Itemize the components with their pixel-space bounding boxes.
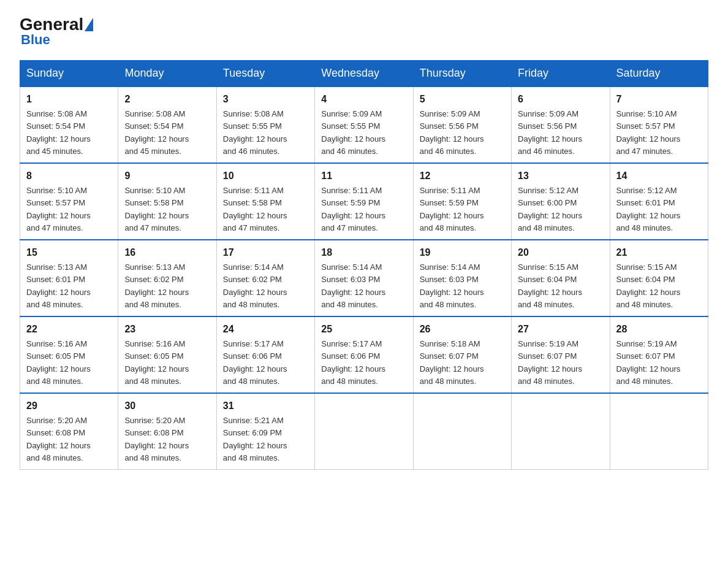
col-header-saturday: Saturday — [610, 61, 708, 87]
day-number: 24 — [223, 322, 308, 337]
calendar-cell: 26Sunrise: 5:18 AMSunset: 6:07 PMDayligh… — [413, 316, 511, 393]
day-info: Sunrise: 5:09 AMSunset: 5:56 PMDaylight:… — [518, 109, 582, 156]
week-row-5: 29Sunrise: 5:20 AMSunset: 6:08 PMDayligh… — [20, 393, 708, 470]
day-info: Sunrise: 5:13 AMSunset: 6:01 PMDaylight:… — [26, 262, 91, 309]
day-number: 1 — [26, 92, 112, 107]
day-info: Sunrise: 5:09 AMSunset: 5:56 PMDaylight:… — [420, 109, 484, 156]
calendar-cell: 14Sunrise: 5:12 AMSunset: 6:01 PMDayligh… — [610, 163, 708, 240]
day-number: 9 — [124, 169, 210, 183]
calendar-cell: 11Sunrise: 5:11 AMSunset: 5:59 PMDayligh… — [315, 163, 413, 240]
calendar-cell — [610, 393, 708, 470]
day-number: 30 — [124, 399, 210, 413]
calendar-cell: 27Sunrise: 5:19 AMSunset: 6:07 PMDayligh… — [512, 316, 610, 393]
day-info: Sunrise: 5:08 AMSunset: 5:54 PMDaylight:… — [26, 109, 91, 156]
day-number: 20 — [518, 245, 603, 260]
day-number: 13 — [518, 169, 603, 183]
day-info: Sunrise: 5:17 AMSunset: 6:06 PMDaylight:… — [321, 339, 385, 386]
calendar-cell: 24Sunrise: 5:17 AMSunset: 6:06 PMDayligh… — [216, 316, 314, 393]
col-header-tuesday: Tuesday — [216, 61, 314, 87]
day-number: 26 — [420, 322, 505, 337]
day-info: Sunrise: 5:18 AMSunset: 6:07 PMDaylight:… — [420, 339, 484, 386]
calendar-cell: 30Sunrise: 5:20 AMSunset: 6:08 PMDayligh… — [118, 393, 216, 470]
calendar-cell: 23Sunrise: 5:16 AMSunset: 6:05 PMDayligh… — [118, 316, 216, 393]
calendar-cell: 9Sunrise: 5:10 AMSunset: 5:58 PMDaylight… — [118, 163, 216, 240]
day-info: Sunrise: 5:10 AMSunset: 5:57 PMDaylight:… — [26, 186, 91, 232]
day-number: 19 — [420, 245, 505, 260]
calendar-cell: 21Sunrise: 5:15 AMSunset: 6:04 PMDayligh… — [610, 240, 708, 316]
week-row-1: 1Sunrise: 5:08 AMSunset: 5:54 PMDaylight… — [20, 86, 708, 163]
calendar-cell: 13Sunrise: 5:12 AMSunset: 6:00 PMDayligh… — [512, 163, 610, 240]
day-info: Sunrise: 5:10 AMSunset: 5:58 PMDaylight:… — [124, 186, 189, 232]
day-info: Sunrise: 5:15 AMSunset: 6:04 PMDaylight:… — [518, 262, 582, 309]
calendar-cell: 12Sunrise: 5:11 AMSunset: 5:59 PMDayligh… — [413, 163, 511, 240]
col-header-friday: Friday — [512, 61, 610, 87]
day-info: Sunrise: 5:16 AMSunset: 6:05 PMDaylight:… — [26, 339, 91, 386]
day-number: 4 — [321, 92, 406, 107]
week-row-4: 22Sunrise: 5:16 AMSunset: 6:05 PMDayligh… — [20, 316, 708, 393]
calendar-cell — [315, 393, 413, 470]
day-info: Sunrise: 5:12 AMSunset: 6:01 PMDaylight:… — [616, 186, 681, 232]
calendar-cell: 7Sunrise: 5:10 AMSunset: 5:57 PMDaylight… — [610, 86, 708, 163]
day-info: Sunrise: 5:15 AMSunset: 6:04 PMDaylight:… — [616, 262, 681, 309]
col-header-thursday: Thursday — [413, 61, 511, 87]
logo-triangle-icon — [85, 18, 93, 31]
week-row-3: 15Sunrise: 5:13 AMSunset: 6:01 PMDayligh… — [20, 240, 708, 316]
calendar-cell: 17Sunrise: 5:14 AMSunset: 6:02 PMDayligh… — [216, 240, 314, 316]
day-number: 17 — [223, 245, 308, 260]
calendar-cell: 18Sunrise: 5:14 AMSunset: 6:03 PMDayligh… — [315, 240, 413, 316]
calendar-cell: 8Sunrise: 5:10 AMSunset: 5:57 PMDaylight… — [20, 163, 118, 240]
calendar-header-row: SundayMondayTuesdayWednesdayThursdayFrid… — [20, 61, 708, 87]
day-number: 3 — [223, 92, 308, 107]
day-info: Sunrise: 5:21 AMSunset: 6:09 PMDaylight:… — [223, 416, 287, 462]
calendar-cell: 10Sunrise: 5:11 AMSunset: 5:58 PMDayligh… — [216, 163, 314, 240]
day-number: 12 — [420, 169, 505, 183]
calendar-cell: 28Sunrise: 5:19 AMSunset: 6:07 PMDayligh… — [610, 316, 708, 393]
day-number: 28 — [616, 322, 702, 337]
day-number: 22 — [26, 322, 112, 337]
calendar-cell — [512, 393, 610, 470]
day-info: Sunrise: 5:11 AMSunset: 5:59 PMDaylight:… — [321, 186, 385, 232]
calendar-cell: 31Sunrise: 5:21 AMSunset: 6:09 PMDayligh… — [216, 393, 314, 470]
day-info: Sunrise: 5:17 AMSunset: 6:06 PMDaylight:… — [223, 339, 287, 386]
calendar-cell: 3Sunrise: 5:08 AMSunset: 5:55 PMDaylight… — [216, 86, 314, 163]
day-info: Sunrise: 5:11 AMSunset: 5:59 PMDaylight:… — [420, 186, 484, 232]
day-info: Sunrise: 5:08 AMSunset: 5:55 PMDaylight:… — [223, 109, 287, 156]
day-info: Sunrise: 5:19 AMSunset: 6:07 PMDaylight:… — [518, 339, 582, 386]
day-info: Sunrise: 5:13 AMSunset: 6:02 PMDaylight:… — [124, 262, 189, 309]
day-info: Sunrise: 5:19 AMSunset: 6:07 PMDaylight:… — [616, 339, 681, 386]
calendar-cell: 20Sunrise: 5:15 AMSunset: 6:04 PMDayligh… — [512, 240, 610, 316]
day-number: 23 — [124, 322, 210, 337]
day-number: 5 — [420, 92, 505, 107]
day-info: Sunrise: 5:14 AMSunset: 6:02 PMDaylight:… — [223, 262, 287, 309]
day-number: 10 — [223, 169, 308, 183]
day-info: Sunrise: 5:14 AMSunset: 6:03 PMDaylight:… — [420, 262, 484, 309]
day-info: Sunrise: 5:14 AMSunset: 6:03 PMDaylight:… — [321, 262, 385, 309]
day-info: Sunrise: 5:12 AMSunset: 6:00 PMDaylight:… — [518, 186, 582, 232]
day-number: 31 — [223, 399, 308, 413]
calendar-cell: 29Sunrise: 5:20 AMSunset: 6:08 PMDayligh… — [20, 393, 118, 470]
day-info: Sunrise: 5:08 AMSunset: 5:54 PMDaylight:… — [124, 109, 189, 156]
day-number: 2 — [124, 92, 210, 107]
calendar-cell: 22Sunrise: 5:16 AMSunset: 6:05 PMDayligh… — [20, 316, 118, 393]
day-number: 7 — [616, 92, 702, 107]
day-number: 6 — [518, 92, 603, 107]
day-number: 14 — [616, 169, 702, 183]
day-number: 16 — [124, 245, 210, 260]
day-info: Sunrise: 5:10 AMSunset: 5:57 PMDaylight:… — [616, 109, 681, 156]
day-number: 21 — [616, 245, 702, 260]
calendar-cell — [413, 393, 511, 470]
day-number: 8 — [26, 169, 112, 183]
day-info: Sunrise: 5:20 AMSunset: 6:08 PMDaylight:… — [26, 416, 91, 462]
calendar-cell: 4Sunrise: 5:09 AMSunset: 5:55 PMDaylight… — [315, 86, 413, 163]
day-info: Sunrise: 5:16 AMSunset: 6:05 PMDaylight:… — [124, 339, 189, 386]
day-number: 15 — [26, 245, 112, 260]
logo-area: General Blue — [20, 15, 94, 48]
col-header-sunday: Sunday — [20, 61, 118, 87]
calendar-cell: 19Sunrise: 5:14 AMSunset: 6:03 PMDayligh… — [413, 240, 511, 316]
day-info: Sunrise: 5:11 AMSunset: 5:58 PMDaylight:… — [223, 186, 287, 232]
col-header-wednesday: Wednesday — [315, 61, 413, 87]
calendar-cell: 2Sunrise: 5:08 AMSunset: 5:54 PMDaylight… — [118, 86, 216, 163]
day-number: 27 — [518, 322, 603, 337]
day-info: Sunrise: 5:20 AMSunset: 6:08 PMDaylight:… — [124, 416, 189, 462]
calendar-cell: 15Sunrise: 5:13 AMSunset: 6:01 PMDayligh… — [20, 240, 118, 316]
